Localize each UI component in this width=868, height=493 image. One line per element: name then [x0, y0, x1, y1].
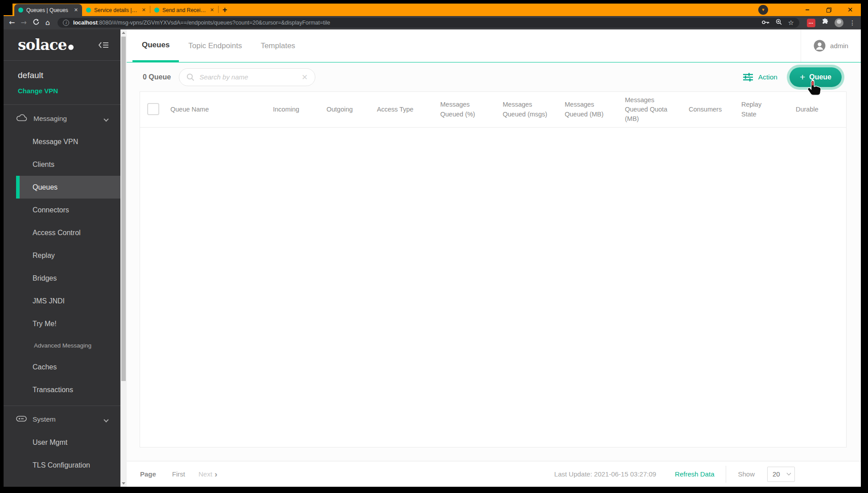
scrollbar-down-icon[interactable]: [120, 480, 127, 487]
sidebar-scrollbar[interactable]: [120, 29, 127, 487]
column-header[interactable]: Messages Queued Quota (MB): [625, 95, 689, 124]
browser-tab[interactable]: Service details | PubSub+ Cloud✕: [82, 4, 150, 16]
column-header[interactable]: Messages Queued (msgs): [503, 100, 565, 119]
restore-button[interactable]: [818, 4, 839, 16]
refresh-icon[interactable]: [33, 18, 40, 27]
tab-close-icon[interactable]: ✕: [74, 7, 78, 13]
table-header-row: Queue NameIncomingOutgoingAccess TypeMes…: [140, 92, 846, 128]
tab-close-icon[interactable]: ✕: [142, 7, 146, 13]
extension-red-icon[interactable]: •••: [807, 19, 815, 27]
scrollbar-up-icon[interactable]: [120, 29, 127, 36]
sidebar-item-caches[interactable]: Caches: [4, 356, 120, 378]
action-button[interactable]: Action: [743, 73, 777, 82]
sidebar-item-clients[interactable]: Clients: [4, 153, 120, 176]
user-name: admin: [830, 42, 848, 50]
add-queue-button[interactable]: + Queue: [789, 67, 842, 87]
sidebar-item-jms-jndi[interactable]: JMS JNDI: [4, 290, 120, 312]
queue-count: 0 Queue: [143, 73, 171, 81]
select-all-checkbox[interactable]: [147, 103, 159, 115]
restore-icon: [827, 8, 831, 12]
refresh-data-link[interactable]: Refresh Data: [675, 470, 714, 478]
scrollbar-thumb[interactable]: [121, 37, 126, 381]
minimize-button[interactable]: –: [797, 4, 818, 16]
sidebar-item-access-control[interactable]: Access Control: [4, 221, 120, 244]
zoom-icon[interactable]: [776, 19, 782, 27]
sidebar-section-messaging[interactable]: Messaging: [4, 107, 120, 130]
page-label: Page: [140, 470, 156, 478]
cloud-icon: [16, 114, 28, 123]
pagination-footer: Page First Next› Last Update: 2021-06-15…: [127, 461, 861, 487]
chevron-down-icon: [104, 415, 108, 423]
browser-titlebar: Queues | Queues✕Service details | PubSub…: [4, 4, 861, 16]
forward-icon[interactable]: →: [21, 19, 26, 26]
page-header: QueuesTopic EndpointsTemplates admin: [127, 29, 861, 62]
show-label: Show: [738, 470, 755, 478]
extensions-puzzle-icon[interactable]: [821, 18, 829, 28]
close-button[interactable]: ✕: [839, 4, 861, 16]
password-key-icon[interactable]: [762, 19, 769, 27]
sidebar-section-system[interactable]: System: [4, 408, 120, 431]
browser-tab[interactable]: Queues | Queues✕: [14, 4, 82, 16]
search-clear-icon[interactable]: ✕: [302, 73, 308, 82]
sidebar-item-connectors[interactable]: Connectors: [4, 199, 120, 221]
change-vpn-link[interactable]: Change VPN: [18, 87, 106, 95]
footer-divider: [726, 466, 726, 483]
user-avatar-icon: [814, 40, 826, 52]
new-tab-button[interactable]: +: [219, 4, 231, 16]
column-header[interactable]: Consumers: [689, 105, 741, 114]
tab-queues[interactable]: Queues: [132, 29, 179, 62]
url-text[interactable]: localhost:8080/#/msg-vpns/ZGVmYXVsdA==/e…: [73, 20, 330, 26]
plus-icon: +: [800, 72, 805, 83]
sidebar-item-tls-configuration[interactable]: TLS Configuration: [4, 454, 120, 476]
bookmark-star-icon[interactable]: ☆: [788, 20, 794, 26]
search-placeholder: Search by name: [199, 73, 297, 81]
tab-favicon-icon: [86, 8, 91, 12]
tab-favicon-icon: [18, 8, 23, 12]
address-bar[interactable]: i localhost:8080/#/msg-vpns/ZGVmYXVsdA==…: [58, 18, 799, 28]
column-header[interactable]: Incoming: [273, 105, 327, 114]
column-header[interactable]: Queue Name: [170, 105, 273, 114]
page-tabs: QueuesTopic EndpointsTemplates: [127, 29, 305, 62]
first-page-button[interactable]: First: [172, 470, 185, 478]
sidebar: solace default Change VPN MessagingMessa…: [4, 29, 120, 487]
sidebar-item-queues[interactable]: Queues: [16, 176, 120, 199]
column-header[interactable]: Outgoing: [327, 105, 377, 114]
titlebar-profile-button[interactable]: ▼: [758, 5, 768, 15]
page-size-select[interactable]: 20: [767, 467, 795, 482]
main-content: QueuesTopic EndpointsTemplates admin 0 Q…: [127, 29, 861, 487]
search-icon: [186, 73, 194, 81]
browser-window: Queues | Queues✕Service details | PubSub…: [0, 0, 868, 493]
tab-favicon-icon: [154, 8, 159, 12]
user-menu[interactable]: admin: [801, 29, 861, 62]
browser-profile-avatar[interactable]: [835, 18, 843, 27]
solace-logo: solace: [18, 36, 74, 54]
column-header[interactable]: Messages Queued (%): [440, 100, 503, 119]
search-input[interactable]: Search by name ✕: [179, 68, 315, 86]
tab-topic-endpoints[interactable]: Topic Endpoints: [179, 29, 251, 62]
sidebar-item-replay[interactable]: Replay: [4, 244, 120, 267]
sidebar-item-bridges[interactable]: Bridges: [4, 267, 120, 290]
sidebar-item-try-me[interactable]: Try Me!: [4, 312, 120, 335]
sidebar-item-user-mgmt[interactable]: User Mgmt: [4, 431, 120, 454]
site-info-icon[interactable]: i: [63, 20, 69, 26]
next-chevron-icon: ›: [215, 470, 217, 478]
vpn-name: default: [18, 70, 106, 80]
sidebar-item-transactions[interactable]: Transactions: [4, 378, 120, 401]
sidebar-item-advanced-messaging[interactable]: Advanced Messaging: [4, 335, 120, 356]
browser-menu-icon[interactable]: ⋮: [849, 19, 856, 26]
column-header[interactable]: Replay State: [741, 100, 796, 119]
column-header[interactable]: Messages Queued (MB): [565, 100, 625, 119]
column-header[interactable]: Durable: [796, 105, 846, 114]
back-icon[interactable]: ←: [9, 19, 15, 26]
tab-close-icon[interactable]: ✕: [210, 7, 214, 13]
home-icon[interactable]: ⌂: [45, 19, 50, 26]
browser-tab[interactable]: Send and Receive | Try Me!✕: [150, 4, 218, 16]
column-header[interactable]: Access Type: [377, 105, 440, 114]
queues-table: Queue NameIncomingOutgoingAccess TypeMes…: [140, 91, 847, 447]
queue-toolbar: 0 Queue Search by name ✕ Action: [127, 62, 861, 91]
tab-templates[interactable]: Templates: [251, 29, 304, 62]
logo-dot-icon: [68, 45, 74, 50]
sidebar-item-message-vpn[interactable]: Message VPN: [4, 130, 120, 153]
next-page-button[interactable]: Next›: [198, 470, 217, 478]
sidebar-collapse-icon[interactable]: [98, 41, 109, 49]
